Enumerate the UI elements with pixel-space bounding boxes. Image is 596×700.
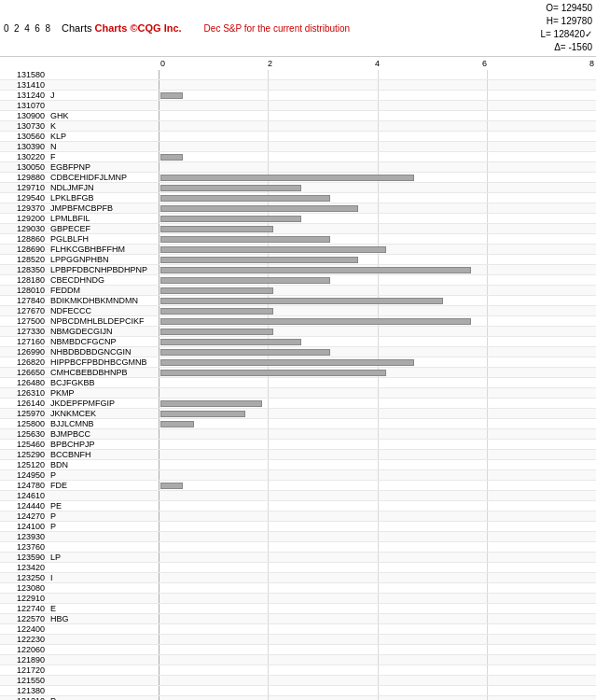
data-bar: [160, 308, 273, 315]
symbol-label: K: [49, 121, 159, 131]
bar-area: [159, 522, 596, 531]
price-label: 128010: [0, 286, 49, 295]
bar-area: [159, 111, 596, 120]
scale-row: 0 2 4 6 8: [0, 57, 596, 70]
table-row: 124950P: [0, 470, 596, 481]
data-bar: [160, 483, 183, 489]
table-row: 122740E: [0, 604, 596, 614]
symbol-label: BDIKMKDHBKMNDMN: [49, 296, 159, 305]
table-row: 121550: [0, 676, 596, 686]
table-row: 131580: [0, 70, 596, 80]
data-bar: [160, 287, 273, 294]
price-label: 126480: [0, 378, 49, 387]
table-row: 128860PGLBLFH: [0, 234, 596, 245]
bar-area: [159, 193, 596, 203]
symbol-label: NBMBDCFGCNP: [49, 337, 159, 346]
data-bar: [160, 359, 414, 366]
table-row: 123420: [0, 563, 596, 573]
symbol-label: FEDDM: [49, 286, 159, 295]
symbol-label: PGLBLFH: [49, 234, 159, 244]
bar-area: [159, 357, 596, 367]
table-row: 122400: [0, 624, 596, 635]
price-label: 130050: [0, 162, 49, 172]
bar-area: [159, 80, 596, 90]
bar-area: [159, 686, 596, 695]
price-label: 131410: [0, 80, 49, 90]
table-row: 125970JKNKMCEK: [0, 409, 596, 419]
data-bar: [160, 236, 330, 243]
table-row: 123760: [0, 542, 596, 553]
table-row: 123080: [0, 583, 596, 594]
symbol-label: LPPGGNPHBN: [49, 255, 159, 264]
bar-area: [159, 594, 596, 603]
bar-area: [159, 368, 596, 377]
bar-area: [159, 491, 596, 500]
bar-area: [159, 624, 596, 634]
price-label: 122740: [0, 604, 49, 613]
price-label: 125120: [0, 460, 49, 469]
bar-area: [159, 378, 596, 387]
table-row: 129030GBPECEF: [0, 224, 596, 234]
bar-area: [159, 121, 596, 131]
price-label: 125800: [0, 419, 49, 428]
table-row: 126990NHBDBDBDGNCGIN: [0, 347, 596, 357]
data-bar: [160, 175, 414, 181]
symbol-label: NBMGDECGIJN: [49, 327, 159, 336]
table-row: 125460BPBCHPJP: [0, 440, 596, 450]
symbol-label: BCCBNFH: [49, 450, 159, 459]
price-label: 128350: [0, 265, 49, 274]
table-row: 130220F: [0, 152, 596, 162]
symbol-label: NDFECCC: [49, 306, 159, 315]
symbol-label: FDE: [49, 481, 159, 490]
table-row: 121720: [0, 665, 596, 676]
table-row: 129880CDBCEHIDFJLMNP: [0, 173, 596, 183]
table-row: 126820HIPPBCFPBDHBCGMNB: [0, 357, 596, 368]
data-bar: [160, 92, 183, 99]
bar-area: [159, 676, 596, 685]
price-label: 124100: [0, 522, 49, 531]
table-row: 131070: [0, 101, 596, 111]
symbol-label: E: [49, 604, 159, 613]
symbol-label: KLP: [49, 132, 159, 141]
price-label: 130220: [0, 152, 49, 161]
table-row: 128520LPPGGNPHBN: [0, 255, 596, 265]
bar-area: [159, 563, 596, 572]
price-label: 123590: [0, 553, 49, 562]
price-label: 129200: [0, 214, 49, 223]
symbol-label: P: [49, 696, 159, 700]
price-label: 124440: [0, 501, 49, 511]
bar-area: [159, 655, 596, 665]
data-bar: [160, 339, 301, 345]
table-row: 128350LPBPFDBCNHPBDHPNP: [0, 265, 596, 275]
price-label: 128520: [0, 255, 49, 264]
data-bar: [160, 246, 386, 253]
bar-area: [159, 604, 596, 613]
table-row: 127670NDFECCC: [0, 306, 596, 316]
bar-area: [159, 532, 596, 541]
tick-8: 8: [589, 59, 594, 68]
bar-area: [159, 245, 596, 254]
description-label: Dec S&P for the current distribution: [204, 23, 351, 34]
bar-area: [159, 470, 596, 480]
table-row: 130900GHK: [0, 111, 596, 121]
symbol-label: CMHCBEBDBHNPB: [49, 368, 159, 377]
price-label: 129540: [0, 193, 49, 203]
bar-area: [159, 440, 596, 449]
symbol-label: BCJFGKBB: [49, 378, 159, 387]
table-row: 127330NBMGDECGIJN: [0, 327, 596, 337]
table-row: 125800BJJLCMNB: [0, 419, 596, 429]
price-label: 125630: [0, 429, 49, 439]
price-label: 124610: [0, 491, 49, 500]
table-row: 121890: [0, 655, 596, 665]
data-bar: [160, 257, 358, 263]
bar-area: [159, 296, 596, 305]
brand-label: Charts Charts ©CQG Inc.: [62, 22, 182, 34]
table-row: 130050EGBFPNP: [0, 162, 596, 173]
price-label: 125290: [0, 450, 49, 459]
price-label: 130730: [0, 121, 49, 131]
symbol-label: BJJLCMNB: [49, 419, 159, 428]
data-bar: [160, 318, 471, 325]
symbol-label: J: [49, 91, 159, 100]
bar-area: [159, 214, 596, 223]
symbol-label: LPKLBFGB: [49, 193, 159, 203]
